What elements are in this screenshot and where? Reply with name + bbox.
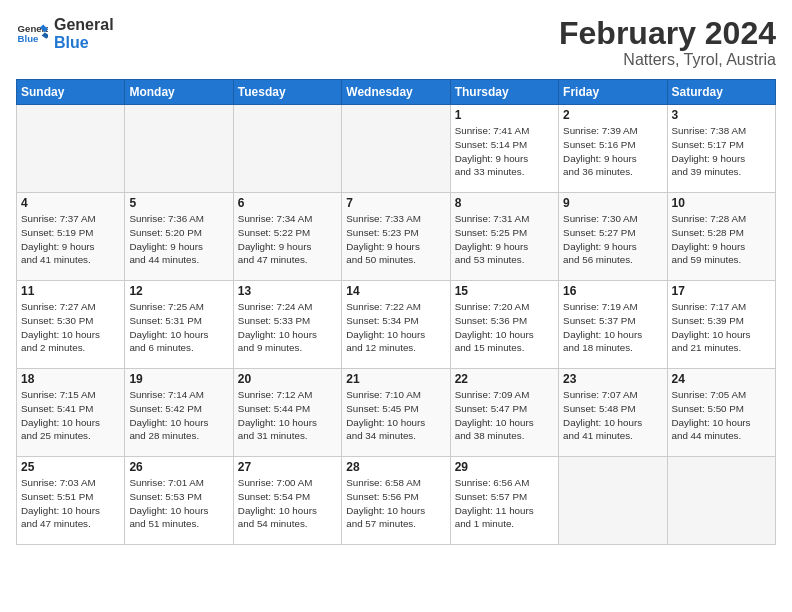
day-info: Sunrise: 7:25 AM Sunset: 5:31 PM Dayligh… xyxy=(129,300,228,355)
page-subtitle: Natters, Tyrol, Austria xyxy=(559,51,776,69)
calendar-cell xyxy=(667,457,775,545)
day-info: Sunrise: 7:24 AM Sunset: 5:33 PM Dayligh… xyxy=(238,300,337,355)
col-wednesday: Wednesday xyxy=(342,80,450,105)
day-number: 26 xyxy=(129,460,228,474)
calendar-cell: 29Sunrise: 6:56 AM Sunset: 5:57 PM Dayli… xyxy=(450,457,558,545)
day-number: 14 xyxy=(346,284,445,298)
calendar-cell xyxy=(233,105,341,193)
calendar-cell: 26Sunrise: 7:01 AM Sunset: 5:53 PM Dayli… xyxy=(125,457,233,545)
day-number: 6 xyxy=(238,196,337,210)
calendar-header: Sunday Monday Tuesday Wednesday Thursday… xyxy=(17,80,776,105)
col-thursday: Thursday xyxy=(450,80,558,105)
calendar-cell xyxy=(342,105,450,193)
page-container: General Blue General Blue February 2024 … xyxy=(0,0,792,612)
day-number: 23 xyxy=(563,372,662,386)
day-info: Sunrise: 7:10 AM Sunset: 5:45 PM Dayligh… xyxy=(346,388,445,443)
day-info: Sunrise: 7:41 AM Sunset: 5:14 PM Dayligh… xyxy=(455,124,554,179)
calendar-cell xyxy=(17,105,125,193)
day-info: Sunrise: 7:03 AM Sunset: 5:51 PM Dayligh… xyxy=(21,476,120,531)
calendar-week-5: 25Sunrise: 7:03 AM Sunset: 5:51 PM Dayli… xyxy=(17,457,776,545)
calendar-body: 1Sunrise: 7:41 AM Sunset: 5:14 PM Daylig… xyxy=(17,105,776,545)
day-info: Sunrise: 7:39 AM Sunset: 5:16 PM Dayligh… xyxy=(563,124,662,179)
calendar-cell: 1Sunrise: 7:41 AM Sunset: 5:14 PM Daylig… xyxy=(450,105,558,193)
day-info: Sunrise: 6:56 AM Sunset: 5:57 PM Dayligh… xyxy=(455,476,554,531)
day-number: 24 xyxy=(672,372,771,386)
logo-blue-text: Blue xyxy=(54,34,114,52)
day-number: 29 xyxy=(455,460,554,474)
calendar-cell: 17Sunrise: 7:17 AM Sunset: 5:39 PM Dayli… xyxy=(667,281,775,369)
day-info: Sunrise: 7:07 AM Sunset: 5:48 PM Dayligh… xyxy=(563,388,662,443)
calendar-cell: 22Sunrise: 7:09 AM Sunset: 5:47 PM Dayli… xyxy=(450,369,558,457)
day-number: 22 xyxy=(455,372,554,386)
day-number: 17 xyxy=(672,284,771,298)
calendar-cell: 11Sunrise: 7:27 AM Sunset: 5:30 PM Dayli… xyxy=(17,281,125,369)
day-number: 7 xyxy=(346,196,445,210)
calendar-cell: 21Sunrise: 7:10 AM Sunset: 5:45 PM Dayli… xyxy=(342,369,450,457)
day-info: Sunrise: 7:12 AM Sunset: 5:44 PM Dayligh… xyxy=(238,388,337,443)
day-number: 16 xyxy=(563,284,662,298)
day-info: Sunrise: 7:36 AM Sunset: 5:20 PM Dayligh… xyxy=(129,212,228,267)
calendar-cell: 8Sunrise: 7:31 AM Sunset: 5:25 PM Daylig… xyxy=(450,193,558,281)
calendar-week-4: 18Sunrise: 7:15 AM Sunset: 5:41 PM Dayli… xyxy=(17,369,776,457)
calendar-cell: 4Sunrise: 7:37 AM Sunset: 5:19 PM Daylig… xyxy=(17,193,125,281)
day-info: Sunrise: 7:19 AM Sunset: 5:37 PM Dayligh… xyxy=(563,300,662,355)
calendar-cell xyxy=(125,105,233,193)
day-number: 5 xyxy=(129,196,228,210)
day-info: Sunrise: 7:15 AM Sunset: 5:41 PM Dayligh… xyxy=(21,388,120,443)
calendar-cell: 7Sunrise: 7:33 AM Sunset: 5:23 PM Daylig… xyxy=(342,193,450,281)
col-sunday: Sunday xyxy=(17,80,125,105)
calendar-cell: 13Sunrise: 7:24 AM Sunset: 5:33 PM Dayli… xyxy=(233,281,341,369)
day-number: 12 xyxy=(129,284,228,298)
logo-general-text: General xyxy=(54,16,114,34)
day-number: 2 xyxy=(563,108,662,122)
svg-text:Blue: Blue xyxy=(18,33,39,44)
logo: General Blue General Blue xyxy=(16,16,114,51)
calendar-cell xyxy=(559,457,667,545)
calendar-cell: 20Sunrise: 7:12 AM Sunset: 5:44 PM Dayli… xyxy=(233,369,341,457)
day-number: 11 xyxy=(21,284,120,298)
day-number: 15 xyxy=(455,284,554,298)
day-info: Sunrise: 7:05 AM Sunset: 5:50 PM Dayligh… xyxy=(672,388,771,443)
day-info: Sunrise: 7:22 AM Sunset: 5:34 PM Dayligh… xyxy=(346,300,445,355)
calendar-cell: 12Sunrise: 7:25 AM Sunset: 5:31 PM Dayli… xyxy=(125,281,233,369)
day-number: 9 xyxy=(563,196,662,210)
calendar-cell: 3Sunrise: 7:38 AM Sunset: 5:17 PM Daylig… xyxy=(667,105,775,193)
day-info: Sunrise: 7:38 AM Sunset: 5:17 PM Dayligh… xyxy=(672,124,771,179)
day-number: 20 xyxy=(238,372,337,386)
day-number: 19 xyxy=(129,372,228,386)
day-info: Sunrise: 7:01 AM Sunset: 5:53 PM Dayligh… xyxy=(129,476,228,531)
calendar-cell: 24Sunrise: 7:05 AM Sunset: 5:50 PM Dayli… xyxy=(667,369,775,457)
calendar-cell: 18Sunrise: 7:15 AM Sunset: 5:41 PM Dayli… xyxy=(17,369,125,457)
calendar-week-1: 1Sunrise: 7:41 AM Sunset: 5:14 PM Daylig… xyxy=(17,105,776,193)
day-number: 21 xyxy=(346,372,445,386)
day-info: Sunrise: 7:09 AM Sunset: 5:47 PM Dayligh… xyxy=(455,388,554,443)
calendar-table: Sunday Monday Tuesday Wednesday Thursday… xyxy=(16,79,776,545)
calendar-cell: 27Sunrise: 7:00 AM Sunset: 5:54 PM Dayli… xyxy=(233,457,341,545)
day-number: 13 xyxy=(238,284,337,298)
day-info: Sunrise: 7:28 AM Sunset: 5:28 PM Dayligh… xyxy=(672,212,771,267)
col-saturday: Saturday xyxy=(667,80,775,105)
day-info: Sunrise: 7:31 AM Sunset: 5:25 PM Dayligh… xyxy=(455,212,554,267)
day-info: Sunrise: 7:27 AM Sunset: 5:30 PM Dayligh… xyxy=(21,300,120,355)
day-number: 10 xyxy=(672,196,771,210)
calendar-cell: 23Sunrise: 7:07 AM Sunset: 5:48 PM Dayli… xyxy=(559,369,667,457)
days-of-week-row: Sunday Monday Tuesday Wednesday Thursday… xyxy=(17,80,776,105)
day-info: Sunrise: 7:34 AM Sunset: 5:22 PM Dayligh… xyxy=(238,212,337,267)
calendar-cell: 10Sunrise: 7:28 AM Sunset: 5:28 PM Dayli… xyxy=(667,193,775,281)
calendar-week-3: 11Sunrise: 7:27 AM Sunset: 5:30 PM Dayli… xyxy=(17,281,776,369)
day-info: Sunrise: 7:37 AM Sunset: 5:19 PM Dayligh… xyxy=(21,212,120,267)
calendar-cell: 9Sunrise: 7:30 AM Sunset: 5:27 PM Daylig… xyxy=(559,193,667,281)
calendar-cell: 25Sunrise: 7:03 AM Sunset: 5:51 PM Dayli… xyxy=(17,457,125,545)
logo-icon: General Blue xyxy=(16,18,48,50)
day-number: 1 xyxy=(455,108,554,122)
col-friday: Friday xyxy=(559,80,667,105)
day-info: Sunrise: 7:30 AM Sunset: 5:27 PM Dayligh… xyxy=(563,212,662,267)
page-title: February 2024 xyxy=(559,16,776,51)
day-info: Sunrise: 7:33 AM Sunset: 5:23 PM Dayligh… xyxy=(346,212,445,267)
calendar-cell: 5Sunrise: 7:36 AM Sunset: 5:20 PM Daylig… xyxy=(125,193,233,281)
calendar-cell: 14Sunrise: 7:22 AM Sunset: 5:34 PM Dayli… xyxy=(342,281,450,369)
day-number: 28 xyxy=(346,460,445,474)
calendar-cell: 16Sunrise: 7:19 AM Sunset: 5:37 PM Dayli… xyxy=(559,281,667,369)
col-tuesday: Tuesday xyxy=(233,80,341,105)
day-info: Sunrise: 7:17 AM Sunset: 5:39 PM Dayligh… xyxy=(672,300,771,355)
